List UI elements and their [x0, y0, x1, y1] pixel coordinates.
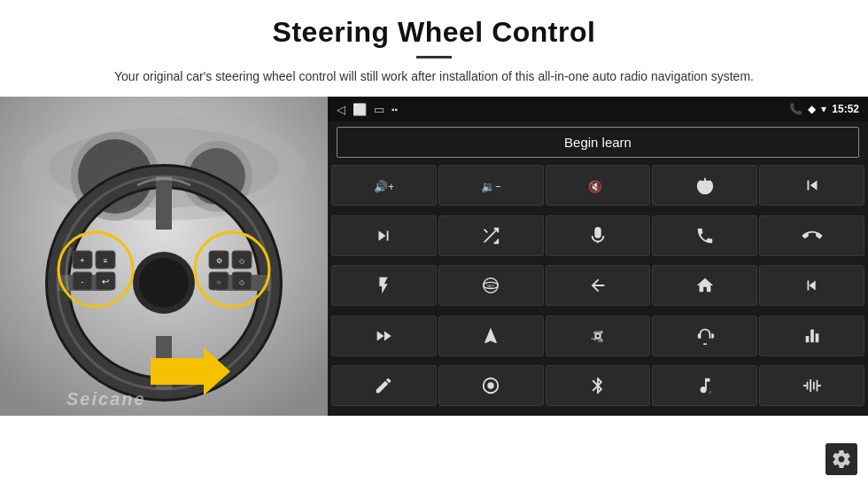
- svg-point-14: [139, 258, 189, 308]
- record-button[interactable]: [652, 316, 757, 356]
- pencil-button[interactable]: [331, 365, 437, 406]
- phone-answer-button[interactable]: [652, 215, 757, 256]
- svg-text:+: +: [80, 256, 84, 265]
- vol-mute-button[interactable]: 🔇: [546, 165, 651, 206]
- wifi-icon: ▾: [821, 103, 826, 115]
- vol-down-button[interactable]: 🔉−: [438, 165, 544, 206]
- home-nav-icon[interactable]: ⬜: [353, 103, 367, 116]
- flashlight-button[interactable]: [331, 265, 437, 306]
- android-panel: ◁ ⬜ ▭ ▪▪ 📞 ◆ ▾ 15:52 Begin learn �: [328, 97, 868, 416]
- control-grid: 🔊+ 🔉− 🔇: [328, 163, 868, 416]
- status-right: 📞 ◆ ▾ 15:52: [789, 103, 859, 115]
- svg-text:🔇: 🔇: [588, 180, 603, 194]
- svg-text:◇: ◇: [239, 278, 245, 286]
- next-button[interactable]: [331, 215, 437, 256]
- waveform-button[interactable]: [759, 365, 864, 406]
- nav-icons: ◁ ⬜ ▭ ▪▪: [337, 103, 398, 116]
- back-nav-icon[interactable]: ◁: [337, 103, 345, 116]
- svg-text:360°: 360°: [486, 285, 495, 289]
- svg-text:🔊+: 🔊+: [374, 180, 393, 194]
- switch-button[interactable]: [546, 316, 651, 356]
- home-button[interactable]: [652, 265, 757, 306]
- svg-point-42: [595, 333, 601, 339]
- signal-icon: ▪▪: [391, 105, 398, 114]
- page-title: Steering Wheel Control: [35, 16, 833, 49]
- steering-wheel-image: + ≡ - ↩ ⚙ ◇ ○ ◇ Seicane: [0, 97, 328, 416]
- 360view-button[interactable]: 360°: [438, 265, 544, 306]
- location-icon: ◆: [808, 103, 816, 115]
- settings-gear-button[interactable]: [825, 443, 857, 475]
- recent-nav-icon[interactable]: ▭: [374, 103, 384, 116]
- time-display: 15:52: [832, 103, 859, 115]
- music-button[interactable]: ♪: [652, 365, 757, 406]
- power-button[interactable]: [652, 165, 757, 206]
- prev-track-button[interactable]: [759, 165, 864, 206]
- fast-forward-button[interactable]: [331, 316, 437, 356]
- hang-up-button[interactable]: [759, 215, 864, 256]
- title-divider: [416, 56, 452, 59]
- back-button[interactable]: [546, 265, 651, 306]
- vol-up-button[interactable]: 🔊+: [331, 165, 437, 206]
- svg-text:-: -: [81, 277, 84, 286]
- svg-text:♪: ♪: [709, 390, 711, 395]
- svg-text:○: ○: [217, 278, 221, 286]
- svg-text:Seicane: Seicane: [66, 389, 146, 409]
- begin-learn-section: Begin learn: [328, 121, 868, 163]
- navigate-button[interactable]: [438, 316, 544, 356]
- phone-icon: 📞: [789, 103, 802, 115]
- svg-point-44: [488, 383, 494, 389]
- header-description: Your original car's steering wheel contr…: [35, 67, 833, 86]
- status-bar: ◁ ⬜ ▭ ▪▪ 📞 ◆ ▾ 15:52: [328, 97, 868, 121]
- circle-dot-button[interactable]: [438, 365, 544, 406]
- mic-button[interactable]: [546, 215, 651, 256]
- main-content: + ≡ - ↩ ⚙ ◇ ○ ◇ Seicane: [0, 97, 868, 416]
- svg-text:⚙: ⚙: [216, 257, 222, 265]
- svg-text:≡: ≡: [104, 257, 108, 265]
- header-section: Steering Wheel Control Your original car…: [0, 0, 868, 93]
- svg-text:↩: ↩: [102, 277, 109, 286]
- begin-learn-button[interactable]: Begin learn: [337, 127, 859, 158]
- svg-text:◇: ◇: [239, 257, 245, 265]
- bluetooth-button[interactable]: [546, 365, 651, 406]
- shuffle-button[interactable]: [438, 215, 544, 256]
- equalizer-button[interactable]: [759, 316, 864, 356]
- skip-back-button[interactable]: [759, 265, 864, 306]
- svg-text:🔉−: 🔉−: [481, 180, 500, 194]
